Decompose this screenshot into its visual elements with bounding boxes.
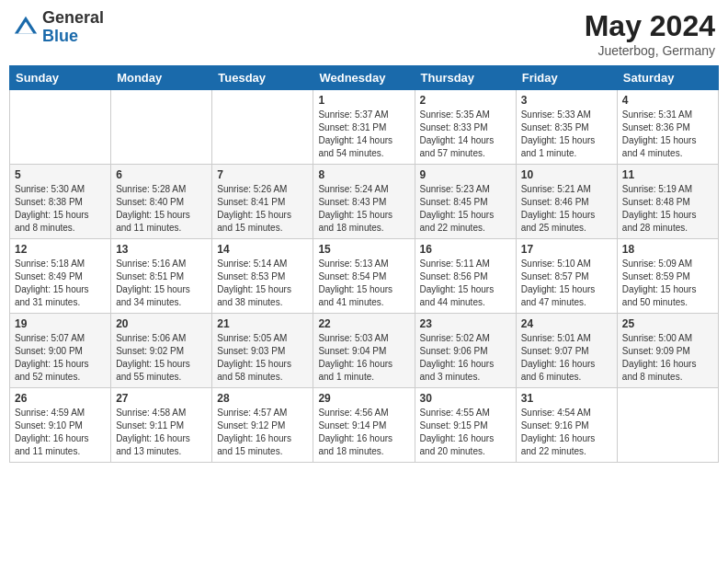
day-number: 15 [318,243,409,256]
day-cell: 25Sunrise: 5:00 AM Sunset: 9:09 PM Dayli… [617,314,718,388]
day-info: Sunrise: 5:24 AM Sunset: 8:43 PM Dayligh… [318,183,409,235]
day-info: Sunrise: 4:56 AM Sunset: 9:14 PM Dayligh… [318,407,409,458]
day-info: Sunrise: 4:58 AM Sunset: 9:11 PM Dayligh… [116,407,207,458]
day-number: 18 [622,243,713,256]
day-info: Sunrise: 5:37 AM Sunset: 8:31 PM Dayligh… [318,109,409,160]
day-info: Sunrise: 5:10 AM Sunset: 8:57 PM Dayligh… [521,258,612,309]
day-number: 12 [15,243,106,256]
day-number: 2 [420,94,511,107]
day-cell: 24Sunrise: 5:01 AM Sunset: 9:07 PM Dayli… [516,314,617,388]
day-number: 17 [521,243,612,256]
day-cell: 9Sunrise: 5:23 AM Sunset: 8:45 PM Daylig… [415,165,516,239]
day-cell: 17Sunrise: 5:10 AM Sunset: 8:57 PM Dayli… [516,239,617,314]
day-info: Sunrise: 4:54 AM Sunset: 9:16 PM Dayligh… [521,407,612,458]
day-cell: 29Sunrise: 4:56 AM Sunset: 9:14 PM Dayli… [313,388,415,463]
day-info: Sunrise: 5:00 AM Sunset: 9:09 PM Dayligh… [622,332,713,384]
day-cell: 26Sunrise: 4:59 AM Sunset: 9:10 PM Dayli… [10,388,111,463]
day-cell: 30Sunrise: 4:55 AM Sunset: 9:15 PM Dayli… [415,388,516,463]
day-number: 13 [116,243,207,256]
week-row-2: 5Sunrise: 5:30 AM Sunset: 8:38 PM Daylig… [10,165,719,239]
day-cell: 10Sunrise: 5:21 AM Sunset: 8:46 PM Dayli… [516,165,617,239]
day-number: 6 [116,168,207,181]
calendar-table: SundayMondayTuesdayWednesdayThursdayFrid… [9,65,719,463]
week-row-3: 12Sunrise: 5:18 AM Sunset: 8:49 PM Dayli… [10,239,719,314]
day-cell: 20Sunrise: 5:06 AM Sunset: 9:02 PM Dayli… [111,314,212,388]
day-number: 11 [622,168,713,181]
day-info: Sunrise: 5:31 AM Sunset: 8:36 PM Dayligh… [622,109,713,160]
day-number: 1 [318,94,409,107]
day-info: Sunrise: 4:59 AM Sunset: 9:10 PM Dayligh… [15,407,106,458]
weekday-header-row: SundayMondayTuesdayWednesdayThursdayFrid… [10,66,719,90]
logo-general: General [42,9,104,28]
day-number: 22 [318,317,409,330]
day-info: Sunrise: 5:11 AM Sunset: 8:56 PM Dayligh… [420,258,511,309]
day-cell: 13Sunrise: 5:16 AM Sunset: 8:51 PM Dayli… [111,239,212,314]
day-number: 31 [521,392,612,405]
day-cell: 4Sunrise: 5:31 AM Sunset: 8:36 PM Daylig… [617,90,718,165]
day-info: Sunrise: 5:18 AM Sunset: 8:49 PM Dayligh… [15,258,106,309]
day-info: Sunrise: 5:03 AM Sunset: 9:04 PM Dayligh… [318,332,409,384]
day-info: Sunrise: 4:55 AM Sunset: 9:15 PM Dayligh… [420,407,511,458]
day-number: 16 [420,243,511,256]
day-number: 29 [318,392,409,405]
day-info: Sunrise: 5:05 AM Sunset: 9:03 PM Dayligh… [217,332,308,384]
day-cell: 27Sunrise: 4:58 AM Sunset: 9:11 PM Dayli… [111,388,212,463]
day-cell: 12Sunrise: 5:18 AM Sunset: 8:49 PM Dayli… [10,239,111,314]
day-number: 3 [521,94,612,107]
day-number: 27 [116,392,207,405]
day-info: Sunrise: 5:26 AM Sunset: 8:41 PM Dayligh… [217,183,308,235]
day-number: 10 [521,168,612,181]
day-cell: 19Sunrise: 5:07 AM Sunset: 9:00 PM Dayli… [10,314,111,388]
week-row-1: 1Sunrise: 5:37 AM Sunset: 8:31 PM Daylig… [10,90,719,165]
day-number: 28 [217,392,308,405]
day-info: Sunrise: 5:14 AM Sunset: 8:53 PM Dayligh… [217,258,308,309]
day-info: Sunrise: 4:57 AM Sunset: 9:12 PM Dayligh… [217,407,308,458]
day-cell: 2Sunrise: 5:35 AM Sunset: 8:33 PM Daylig… [415,90,516,165]
day-cell: 3Sunrise: 5:33 AM Sunset: 8:35 PM Daylig… [516,90,617,165]
day-number: 9 [420,168,511,181]
weekday-header-thursday: Thursday [415,66,516,90]
day-cell: 7Sunrise: 5:26 AM Sunset: 8:41 PM Daylig… [212,165,313,239]
day-cell: 16Sunrise: 5:11 AM Sunset: 8:56 PM Dayli… [415,239,516,314]
day-info: Sunrise: 5:16 AM Sunset: 8:51 PM Dayligh… [116,258,207,309]
day-cell: 6Sunrise: 5:28 AM Sunset: 8:40 PM Daylig… [111,165,212,239]
day-cell: 23Sunrise: 5:02 AM Sunset: 9:06 PM Dayli… [415,314,516,388]
day-info: Sunrise: 5:13 AM Sunset: 8:54 PM Dayligh… [318,258,409,309]
day-number: 8 [318,168,409,181]
day-cell: 5Sunrise: 5:30 AM Sunset: 8:38 PM Daylig… [10,165,111,239]
weekday-header-tuesday: Tuesday [212,66,313,90]
week-row-4: 19Sunrise: 5:07 AM Sunset: 9:00 PM Dayli… [10,314,719,388]
day-info: Sunrise: 5:07 AM Sunset: 9:00 PM Dayligh… [15,332,106,384]
day-number: 14 [217,243,308,256]
logo-icon [13,15,39,40]
page-header: General Blue May 2024 Jueterbog, Germany [9,9,719,58]
day-number: 26 [15,392,106,405]
weekday-header-sunday: Sunday [10,66,111,90]
day-cell: 18Sunrise: 5:09 AM Sunset: 8:59 PM Dayli… [617,239,718,314]
day-info: Sunrise: 5:28 AM Sunset: 8:40 PM Dayligh… [116,183,207,235]
day-cell: 15Sunrise: 5:13 AM Sunset: 8:54 PM Dayli… [313,239,415,314]
day-cell: 28Sunrise: 4:57 AM Sunset: 9:12 PM Dayli… [212,388,313,463]
day-number: 4 [622,94,713,107]
day-cell: 21Sunrise: 5:05 AM Sunset: 9:03 PM Dayli… [212,314,313,388]
day-info: Sunrise: 5:23 AM Sunset: 8:45 PM Dayligh… [420,183,511,235]
week-row-5: 26Sunrise: 4:59 AM Sunset: 9:10 PM Dayli… [10,388,719,463]
day-number: 21 [217,317,308,330]
day-info: Sunrise: 5:21 AM Sunset: 8:46 PM Dayligh… [521,183,612,235]
weekday-header-friday: Friday [516,66,617,90]
day-info: Sunrise: 5:30 AM Sunset: 8:38 PM Dayligh… [15,183,106,235]
day-number: 7 [217,168,308,181]
weekday-header-monday: Monday [111,66,212,90]
day-cell [212,90,313,165]
day-cell: 1Sunrise: 5:37 AM Sunset: 8:31 PM Daylig… [313,90,415,165]
day-info: Sunrise: 5:06 AM Sunset: 9:02 PM Dayligh… [116,332,207,384]
day-cell [617,388,718,463]
weekday-header-wednesday: Wednesday [313,66,415,90]
day-info: Sunrise: 5:19 AM Sunset: 8:48 PM Dayligh… [622,183,713,235]
day-info: Sunrise: 5:35 AM Sunset: 8:33 PM Dayligh… [420,109,511,160]
logo-blue: Blue [42,28,104,46]
day-number: 5 [15,168,106,181]
title-block: May 2024 Jueterbog, Germany [585,9,715,58]
day-cell: 8Sunrise: 5:24 AM Sunset: 8:43 PM Daylig… [313,165,415,239]
day-number: 23 [420,317,511,330]
